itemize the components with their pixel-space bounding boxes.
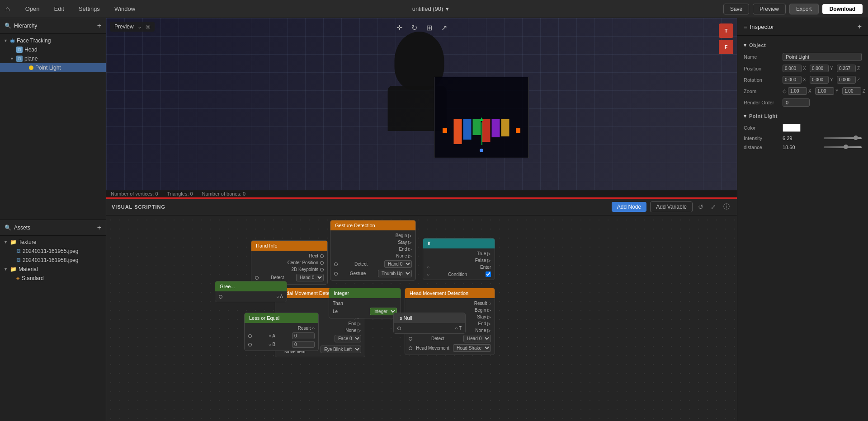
scale-tool-button[interactable]: ⊞ [425, 22, 434, 34]
render-order-row: Render Order [737, 97, 868, 108]
rot-y-input[interactable] [810, 76, 829, 84]
expand-icon[interactable]: ⌄ [137, 23, 142, 30]
color-row: Color [737, 122, 868, 134]
status-bar: Number of vertices: 0 Triangles: 0 Numbe… [106, 190, 737, 197]
menu-open[interactable]: Open [23, 4, 42, 14]
pos-z-input[interactable] [837, 65, 856, 72]
left-sidebar: 🔍 Hierarchy + ▼ ◉ Face Tracking □ Head [0, 18, 106, 421]
img1-label: 20240311-161955.jpeg [23, 248, 78, 254]
visual-scripting-panel: VISUAL SCRIPTING Add Node Add Variable ↺… [106, 197, 737, 421]
port-begin: Begin ▷ [330, 232, 415, 239]
tree-item-material[interactable]: ▼ 📁 Material [0, 265, 106, 274]
menu-settings[interactable]: Settings [76, 4, 103, 14]
slider-thumb[interactable] [844, 145, 848, 149]
node-header: Integer [329, 288, 401, 298]
inspector-header: ≡ Inspector + [737, 18, 868, 36]
port-result: Result ○ [245, 325, 318, 332]
distance-slider[interactable] [824, 146, 862, 148]
rotation-inputs: X Y Z [783, 76, 863, 84]
x-label: X [803, 66, 808, 71]
slider-thumb[interactable] [854, 136, 858, 140]
inspector-add-button[interactable]: + [858, 23, 862, 31]
rot-x-input[interactable] [783, 76, 802, 84]
z-label: Z [857, 66, 863, 71]
condition-checkbox[interactable] [486, 271, 491, 277]
inspector-title: ≡ Inspector [744, 23, 774, 30]
menu-edit[interactable]: Edit [51, 4, 66, 14]
node-header: Gesture Detection [330, 220, 415, 230]
material-label: Material [19, 266, 38, 272]
point-light-section-header[interactable]: ▾ Point Light [737, 110, 868, 122]
intensity-row: Intensity 6.29 [737, 134, 868, 143]
up-arrow: ▲ [478, 115, 485, 122]
detect-head-select[interactable]: Head 0 [463, 335, 491, 342]
save-button[interactable]: Save [723, 4, 749, 14]
rot-z-input[interactable] [837, 76, 856, 84]
tree-item-plane[interactable]: ▼ □ plane [0, 54, 106, 63]
move-tool-button[interactable]: ✛ [395, 22, 404, 34]
tree-item-face-tracking[interactable]: ▼ ◉ Face Tracking [0, 36, 106, 45]
add-variable-button[interactable]: Add Variable [650, 201, 693, 212]
name-input[interactable] [783, 53, 862, 61]
preview-button[interactable]: Preview [753, 4, 786, 14]
rotation-row: Rotation X Y Z [737, 74, 868, 85]
main-layout: 🔍 Hierarchy + ▼ ◉ Face Tracking □ Head [0, 18, 868, 421]
expand-icon[interactable]: ⤢ [709, 202, 718, 211]
pos-x-input[interactable] [783, 65, 802, 72]
head-movement-select[interactable]: Head Shake [453, 344, 491, 352]
help-icon[interactable]: ⓘ [722, 202, 731, 212]
download-button[interactable]: Download [822, 4, 863, 14]
detect-select[interactable]: Hand 0 [384, 260, 412, 268]
node-if: If True ▷ False ▷ ○ Enter ○ [423, 238, 495, 280]
color-swatch[interactable] [783, 124, 801, 132]
rotate-tool-button[interactable]: ↻ [410, 22, 419, 34]
assets-add-button[interactable]: + [97, 224, 101, 232]
inspector-body: ▾ Object Name Position X Y Z [737, 36, 868, 421]
menu-window[interactable]: Window [112, 4, 138, 14]
export-button[interactable]: Export [789, 4, 819, 14]
hierarchy-add-button[interactable]: + [97, 22, 101, 30]
node-body: Begin ▷ Stay ▷ End ▷ None ▷ [330, 230, 415, 280]
b-input[interactable] [292, 341, 315, 348]
port-dot [409, 337, 412, 341]
transform-tool-button[interactable]: ↗ [439, 22, 449, 34]
zoom-x-input[interactable] [788, 87, 807, 95]
port-than: Than [329, 300, 401, 307]
vs-canvas[interactable]: Hand Info Rect Center Position 2D Keypoi… [106, 215, 737, 421]
port-false: False ▷ [423, 257, 495, 264]
zoom-z-input[interactable] [842, 87, 861, 95]
point-light-section-title: Point Light [749, 113, 778, 119]
add-node-button[interactable]: Add Node [612, 202, 646, 212]
refresh-icon[interactable]: ↺ [696, 202, 705, 211]
integer-select[interactable]: Integer [370, 308, 397, 315]
a-input[interactable] [292, 332, 315, 339]
tree-item-texture[interactable]: ▼ 📁 Texture [0, 238, 106, 247]
detect-face-select[interactable]: Face 0 [335, 335, 361, 342]
menu-bar: ⌂ Open Edit Settings Window untitled (90… [0, 0, 868, 18]
position-row: Position X Y Z [737, 63, 868, 74]
settings-icon[interactable]: ◎ [146, 23, 150, 30]
node-body: Than Le Integer [329, 298, 401, 318]
render-order-input[interactable] [783, 98, 810, 107]
home-icon[interactable]: ⌂ [5, 5, 10, 13]
tree-item-img2[interactable]: 🖼 20240311-161958.jpeg [0, 256, 106, 265]
assets-title: 🔍 Assets [5, 225, 30, 231]
chevron-icon: ▼ [10, 56, 14, 61]
node-body: Rect Center Position 2D Keypoints [251, 251, 327, 284]
detect-select[interactable]: Hand 0 [296, 274, 324, 281]
tree-item-standard[interactable]: ◈ Standard [0, 274, 106, 283]
tree-item-img1[interactable]: 🖼 20240311-161955.jpeg [0, 247, 106, 256]
img2-label: 20240311-161958.jpeg [23, 257, 78, 263]
node-is-null: Is Null ○ T [393, 313, 466, 334]
tree-item-point-light[interactable]: Point Light [0, 63, 106, 72]
left-handle [443, 128, 447, 133]
zoom-y-input[interactable] [815, 87, 834, 95]
intensity-slider[interactable] [824, 137, 862, 139]
pos-y-input[interactable] [810, 65, 829, 72]
object-section-header[interactable]: ▾ Object [737, 39, 868, 51]
folder-icon: 📁 [10, 266, 17, 272]
gesture-select[interactable]: Thumb Up [378, 270, 412, 277]
facial-movement-select[interactable]: Eye Blink Left [321, 346, 361, 353]
zoom-stepper[interactable]: ◎ [783, 89, 787, 94]
tree-item-head[interactable]: □ Head [0, 45, 106, 54]
